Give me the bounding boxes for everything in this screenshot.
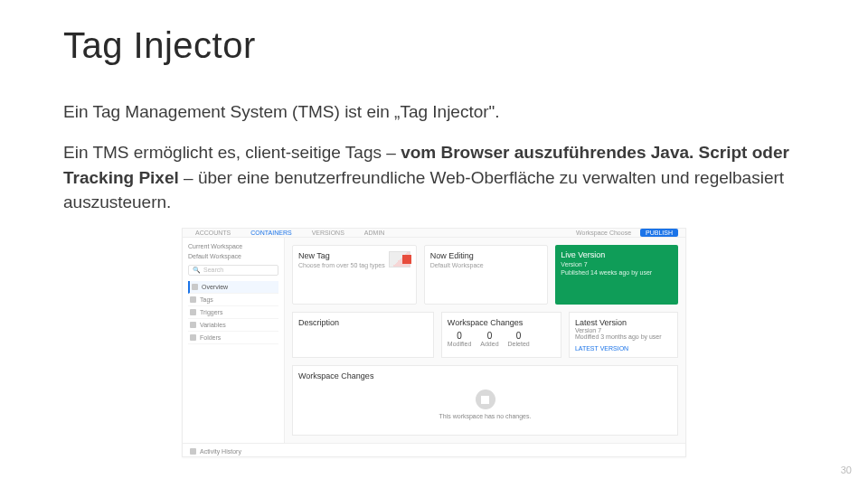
sidebar-item-label: Triggers (200, 309, 222, 315)
now-editing-sub: Default Workspace (430, 262, 542, 268)
card-latest-version: Latest Version Version 7 Modified 3 mont… (569, 312, 678, 358)
description-title: Description (298, 318, 428, 327)
card-new-tag[interactable]: New Tag Choose from over 50 tag types (292, 245, 417, 305)
latest-title: Latest Version (575, 318, 672, 327)
ss-tab-admin[interactable]: ADMIN (359, 230, 391, 236)
triggers-icon (190, 309, 196, 315)
changes-added-label: Added (480, 341, 498, 347)
ss-workspace-choose[interactable]: Workspace Choose (576, 230, 631, 236)
search-icon: 🔍 (193, 267, 201, 274)
ss-side-subtitle: Default Workspace (188, 253, 278, 259)
sidebar-item-folders[interactable]: Folders (188, 332, 278, 344)
ss-tab-containers[interactable]: CONTAINERS (245, 230, 297, 236)
intro-paragraph: Ein Tag Management System (TMS) ist ein … (63, 102, 805, 122)
footer-label: Activity History (200, 448, 241, 455)
wc-empty-text: This workspace has no changes. (439, 413, 532, 419)
changes-deleted-label: Deleted (508, 341, 530, 347)
new-tag-sub: Choose from over 50 tag types (298, 262, 385, 268)
sidebar-item-overview[interactable]: Overview (188, 281, 278, 294)
page-number: 30 (841, 465, 852, 475)
wc-title: Workspace Changes (298, 371, 672, 380)
ss-side-title: Current Workspace (188, 243, 278, 249)
sidebar-item-label: Variables (200, 322, 226, 328)
ss-search-input[interactable]: 🔍 Search (188, 265, 278, 276)
folders-icon (190, 334, 196, 341)
changes-title: Workspace Changes (448, 318, 555, 327)
tag-icon (389, 251, 410, 267)
changes-deleted-value: 0 (508, 331, 530, 341)
history-icon (190, 448, 196, 455)
ss-sidebar: Current Workspace Default Workspace 🔍 Se… (183, 238, 285, 443)
body-paragraph: Ein TMS ermöglicht es, client-seitige Ta… (63, 140, 805, 215)
sidebar-item-label: Overview (202, 284, 228, 290)
variables-icon (190, 322, 196, 328)
ss-topnav: ACCOUNTS CONTAINERS VERSIONS ADMIN Works… (183, 229, 685, 238)
latest-ver: Version 7 (575, 327, 672, 333)
sidebar-item-tags[interactable]: Tags (188, 294, 278, 306)
ss-tab-accounts[interactable]: ACCOUNTS (190, 230, 236, 236)
body-pre: Ein TMS ermöglicht es, client-seitige Ta… (63, 143, 401, 162)
live-version-ver: Version 7 (561, 261, 673, 267)
edit-icon (476, 389, 495, 409)
changes-modified-value: 0 (448, 331, 471, 341)
overview-icon (192, 284, 198, 290)
ss-publish-button[interactable]: PUBLISH (640, 229, 678, 237)
changes-added-value: 0 (480, 331, 498, 341)
live-version-meta: Published 14 weeks ago by user (561, 269, 673, 276)
ss-tab-versions[interactable]: VERSIONS (307, 230, 350, 236)
sidebar-item-variables[interactable]: Variables (188, 319, 278, 332)
card-workspace-changes-list: Workspace Changes This workspace has no … (292, 365, 678, 436)
sidebar-item-label: Folders (200, 334, 221, 341)
ss-search-placeholder: Search (203, 267, 223, 273)
latest-version-link[interactable]: LATEST VERSION (575, 345, 672, 352)
slide-title: Tag Injector (63, 25, 805, 66)
card-now-editing: Now Editing Default Workspace (424, 245, 549, 305)
tags-icon (190, 296, 196, 303)
ss-footer: Activity History (183, 443, 685, 457)
sidebar-item-triggers[interactable]: Triggers (188, 306, 278, 319)
sidebar-item-label: Tags (200, 296, 213, 303)
latest-meta: Modified 3 months ago by user (575, 333, 672, 340)
new-tag-title: New Tag (298, 251, 385, 260)
live-version-title: Live Version (561, 250, 673, 259)
card-live-version: Live Version Version 7 Published 14 week… (555, 245, 678, 305)
card-workspace-changes-counts: Workspace Changes 0Modified 0Added 0Dele… (441, 312, 561, 358)
card-description: Description (292, 312, 434, 358)
embedded-screenshot: ACCOUNTS CONTAINERS VERSIONS ADMIN Works… (182, 228, 686, 457)
now-editing-title: Now Editing (430, 251, 542, 260)
changes-modified-label: Modified (448, 341, 471, 347)
